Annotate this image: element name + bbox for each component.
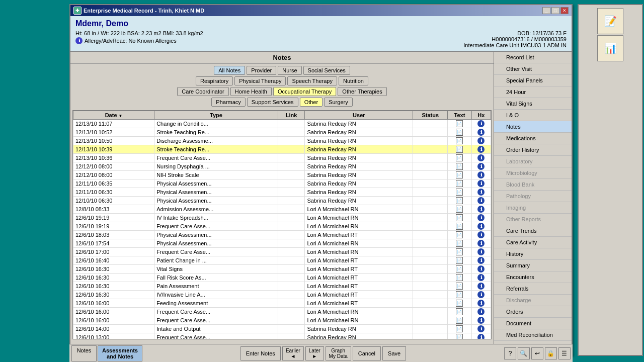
table-row[interactable]: 12/6/10 16:00 Frequent Care Asse... Lori…: [73, 308, 491, 316]
filter-speech-therapy[interactable]: Speech Therapy: [287, 76, 337, 85]
table-row[interactable]: 12/8/10 08:33 Admission Assessme... Lori…: [73, 205, 491, 214]
rp-item-medications[interactable]: Medications: [494, 133, 572, 144]
table-row[interactable]: 12/10/10 06:30 Physical Assessmen... Sab…: [73, 197, 491, 205]
filter-care-coordinator[interactable]: Care Coordinator: [177, 87, 228, 96]
cell-hx[interactable]: ℹ: [471, 154, 491, 162]
filter-home-health[interactable]: Home Health: [230, 87, 272, 96]
table-row[interactable]: 12/6/10 16:30 Fall Risk Score As... Lori…: [73, 274, 491, 282]
filter-support-services[interactable]: Support Services: [247, 98, 298, 107]
cell-hx[interactable]: ℹ: [471, 291, 491, 299]
rp-item-notes[interactable]: Notes: [494, 121, 572, 133]
rp-item-orders[interactable]: Orders: [494, 306, 572, 318]
filter-pharmacy[interactable]: Pharmacy: [211, 98, 246, 107]
search-icon[interactable]: 🔍: [518, 347, 530, 359]
cell-hx[interactable]: ℹ: [471, 282, 491, 291]
table-row[interactable]: 12/6/10 16:30 Pain Assessment Lori A Mcm…: [73, 282, 491, 291]
rp-item-record-list[interactable]: Record List: [494, 52, 572, 63]
cell-hx[interactable]: ℹ: [471, 120, 491, 128]
cell-hx[interactable]: ℹ: [471, 188, 491, 197]
table-row[interactable]: 12/6/10 16:30 IV/Invasive Line A... Lori…: [73, 291, 491, 299]
filter-respiratory[interactable]: Respiratory: [196, 76, 233, 85]
cell-hx[interactable]: ℹ: [471, 333, 491, 340]
help-icon[interactable]: ?: [504, 347, 516, 359]
table-row[interactable]: 12/6/10 16:00 Feeding Assessment Lori A …: [73, 299, 491, 308]
col-header-type[interactable]: Type: [154, 111, 278, 120]
rp-item-microbiology[interactable]: Microbiology: [494, 167, 572, 179]
cell-hx[interactable]: ℹ: [471, 128, 491, 137]
later-button[interactable]: Later►: [305, 346, 324, 360]
rp-item-document[interactable]: Document: [494, 318, 572, 329]
enter-notes-button[interactable]: Enter Notes: [240, 346, 281, 360]
table-row[interactable]: 12/6/10 19:19 Frequent Care Asse... Lori…: [73, 222, 491, 231]
table-row[interactable]: 12/13/10 10:36 Frequent Care Asse... Sab…: [73, 154, 491, 162]
minimize-button[interactable]: _: [542, 7, 550, 14]
cell-hx[interactable]: ℹ: [471, 179, 491, 188]
table-row[interactable]: 12/13/10 10:52 Stroke Teaching Re... Sab…: [73, 128, 491, 137]
filter-all-notes[interactable]: All Notes: [214, 66, 245, 75]
cell-hx[interactable]: ℹ: [471, 171, 491, 179]
table-row[interactable]: 12/6/10 16:00 Frequent Care Asse... Lori…: [73, 316, 491, 325]
filter-other[interactable]: Other: [300, 98, 323, 107]
cell-hx[interactable]: ℹ: [471, 316, 491, 325]
table-row[interactable]: 12/13/10 10:50 Discharge Assessme... Sab…: [73, 137, 491, 145]
graph-my-data-button[interactable]: GraphMy Data: [326, 346, 351, 360]
rp-item-history[interactable]: History: [494, 248, 572, 260]
col-header-date[interactable]: Date ▼: [73, 111, 154, 120]
filter-social-services[interactable]: Social Services: [303, 66, 350, 75]
rp-item-i-&-o[interactable]: I & O: [494, 110, 572, 121]
rp-item-blood-bank[interactable]: Blood Bank: [494, 179, 572, 191]
filter-surgery[interactable]: Surgery: [324, 98, 353, 107]
rp-item-order-history[interactable]: Order History: [494, 144, 572, 156]
table-row[interactable]: 12/6/10 16:30 Vital Signs Lori A Mcmicha…: [73, 265, 491, 274]
rp-item-special-panels[interactable]: Special Panels: [494, 75, 572, 86]
rp-item-other-reports[interactable]: Other Reports: [494, 214, 572, 225]
close-button[interactable]: ✕: [560, 7, 569, 14]
rp-item-med-reconciliation[interactable]: Med Reconciliation: [494, 329, 572, 341]
rp-item-care-trends[interactable]: Care Trends: [494, 225, 572, 237]
cell-hx[interactable]: ℹ: [471, 248, 491, 256]
filter-nurse[interactable]: Nurse: [278, 66, 301, 75]
table-row[interactable]: 12/11/10 06:35 Physical Assessmen... Sab…: [73, 179, 491, 188]
maximize-button[interactable]: □: [551, 7, 559, 14]
cell-hx[interactable]: ℹ: [471, 308, 491, 316]
cell-hx[interactable]: ℹ: [471, 274, 491, 282]
back-icon[interactable]: ↩: [531, 347, 543, 359]
rp-item-summary[interactable]: Summary: [494, 260, 572, 272]
rp-item-referrals[interactable]: Referrals: [494, 283, 572, 295]
cell-hx[interactable]: ℹ: [471, 214, 491, 222]
tab-notes[interactable]: Notes: [71, 345, 97, 361]
save-button[interactable]: Save: [382, 346, 406, 360]
cell-hx[interactable]: ℹ: [471, 137, 491, 145]
rp-item-discharge[interactable]: Discharge: [494, 295, 572, 306]
table-row[interactable]: 12/6/10 17:00 Frequent Care Asse... Lori…: [73, 248, 491, 256]
cell-hx[interactable]: ℹ: [471, 265, 491, 274]
filter-provider[interactable]: Provider: [247, 66, 276, 75]
cancel-button[interactable]: Cancel: [353, 346, 381, 360]
table-row[interactable]: 12/13/10 10:39 Stroke Teaching Re... Sab…: [73, 145, 491, 154]
lock-icon[interactable]: 🔒: [545, 347, 557, 359]
table-row[interactable]: 12/6/10 18:03 Physical Assessmen... Lori…: [73, 231, 491, 239]
filter-physical-therapy[interactable]: Physical Therapy: [234, 76, 286, 85]
table-row[interactable]: 12/13/10 11:07 Change in Conditio... Sab…: [73, 120, 491, 128]
menu-icon[interactable]: ☰: [558, 347, 571, 359]
table-row[interactable]: 12/12/10 08:00 Nursing Dysphagía ... Sab…: [73, 162, 491, 171]
rp-item-other-visit[interactable]: Other Visit: [494, 63, 572, 75]
table-row[interactable]: 12/6/10 16:40 Patient Change in ... Lori…: [73, 256, 491, 265]
table-row[interactable]: 12/6/10 14:00 Intake and Output Sabrina …: [73, 325, 491, 333]
rp-item-pathology[interactable]: Pathology: [494, 191, 572, 202]
report-icon[interactable]: 📊: [597, 35, 623, 61]
cell-hx[interactable]: ℹ: [471, 325, 491, 333]
filter-occupational-therapy[interactable]: Occupational Therapy: [273, 87, 336, 96]
cell-hx[interactable]: ℹ: [471, 205, 491, 214]
filter-other-therapies[interactable]: Other Therapies: [338, 87, 386, 96]
table-row[interactable]: 12/11/10 06:30 Physical Assessmen... Sab…: [73, 188, 491, 197]
table-row[interactable]: 12/6/10 13:00 Frequent Care Asse... Sabr…: [73, 333, 491, 340]
cell-hx[interactable]: ℹ: [471, 299, 491, 308]
notepad-icon[interactable]: 📝: [597, 8, 623, 34]
rp-item-imaging[interactable]: Imaging: [494, 202, 572, 214]
cell-hx[interactable]: ℹ: [471, 256, 491, 265]
rp-item-vital-signs[interactable]: Vital Signs: [494, 98, 572, 110]
cell-hx[interactable]: ℹ: [471, 231, 491, 239]
earlier-button[interactable]: Earlier◄: [282, 346, 304, 360]
rp-item-laboratory[interactable]: Laboratory: [494, 156, 572, 167]
